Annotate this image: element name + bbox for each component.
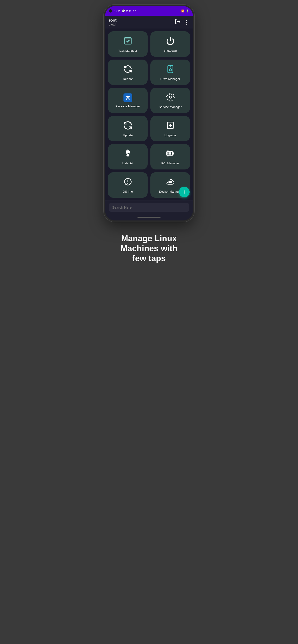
docker-manager-label: Docker Manager [159, 190, 181, 194]
package-manager-button[interactable]: Package Manager [108, 88, 148, 113]
fab-add-button[interactable]: + [179, 186, 190, 197]
grid-with-fab: Task Manager Shutdown [105, 28, 193, 200]
os-info-label: OS Info [123, 190, 133, 194]
header-hostname: dietpi [109, 23, 117, 26]
service-manager-label: Service Manager [159, 105, 181, 109]
os-info-button[interactable]: OS Info [108, 172, 148, 198]
upgrade-label: Upgrade [165, 134, 176, 137]
svg-rect-21 [167, 152, 168, 155]
reboot-label: Reboot [123, 77, 133, 81]
wifi-icon: 📶 [181, 10, 184, 12]
usb-list-label: Usb List [122, 162, 133, 165]
upgrade-button[interactable]: Upgrade [150, 116, 190, 142]
shutdown-icon [166, 36, 175, 46]
logout-button[interactable] [175, 18, 181, 26]
svg-point-4 [169, 68, 171, 71]
svg-rect-29 [168, 180, 170, 182]
service-manager-button[interactable]: Service Manager [150, 88, 190, 113]
svg-point-10 [126, 152, 127, 154]
grid-content: Task Manager Shutdown [105, 28, 193, 200]
battery-icon: 🔋 [186, 10, 189, 12]
status-time: 1:32 [114, 9, 120, 13]
reboot-button[interactable]: Reboot [108, 60, 148, 85]
svg-rect-13 [127, 155, 129, 156]
status-left: 1:32 💬 M M ✦ • [109, 9, 136, 13]
pci-manager-icon [166, 149, 175, 159]
usb-list-button[interactable]: Usb List [108, 144, 148, 170]
shutdown-label: Shutdown [164, 49, 177, 52]
update-icon [123, 121, 132, 131]
home-indicator [105, 214, 193, 220]
status-icons: 📶 🔋 [181, 10, 189, 12]
drive-manager-label: Drive Manager [160, 77, 180, 81]
camera-dot [109, 9, 112, 12]
svg-rect-26 [167, 182, 168, 183]
task-manager-button[interactable]: Task Manager [108, 31, 148, 57]
svg-rect-22 [169, 152, 171, 155]
usb-list-icon [123, 149, 132, 159]
home-bar [137, 217, 161, 218]
fab-icon: + [182, 188, 186, 196]
page-wrapper: 1:32 💬 M M ✦ • 📶 🔋 root dietpi [99, 0, 199, 275]
header-user: root dietpi [109, 18, 117, 26]
package-manager-label: Package Manager [116, 104, 140, 108]
search-input[interactable] [109, 203, 189, 212]
service-manager-icon [166, 93, 175, 103]
svg-rect-27 [168, 182, 170, 183]
drive-manager-icon [166, 65, 175, 75]
docker-manager-icon [166, 177, 175, 188]
more-options-button[interactable]: ⋮ [184, 19, 189, 26]
pci-manager-label: PCI Manager [161, 162, 179, 165]
reboot-icon [123, 65, 132, 75]
search-bar [105, 200, 193, 214]
task-manager-icon [123, 36, 132, 46]
header-actions: ⋮ [175, 18, 189, 26]
task-manager-label: Task Manager [118, 49, 137, 52]
app-header: root dietpi ⋮ [105, 16, 193, 28]
drive-manager-button[interactable]: Drive Manager [150, 60, 190, 85]
package-manager-icon [123, 94, 132, 102]
upgrade-icon [166, 121, 175, 131]
tagline: Manage Linux Machines with few taps [116, 226, 182, 266]
svg-point-6 [169, 96, 171, 98]
header-username: root [109, 18, 117, 23]
svg-rect-11 [129, 152, 130, 154]
svg-rect-30 [170, 180, 172, 182]
notification-icons: 💬 M M ✦ • [122, 9, 136, 12]
svg-rect-28 [170, 182, 172, 183]
update-label: Update [123, 134, 133, 137]
phone-frame: 1:32 💬 M M ✦ • 📶 🔋 root dietpi [104, 5, 194, 222]
shutdown-button[interactable]: Shutdown [150, 31, 190, 57]
update-button[interactable]: Update [108, 116, 148, 142]
svg-rect-1 [124, 38, 131, 44]
status-bar: 1:32 💬 M M ✦ • 📶 🔋 [105, 6, 193, 16]
pci-manager-button[interactable]: PCI Manager [150, 144, 190, 170]
os-info-icon [123, 177, 132, 188]
